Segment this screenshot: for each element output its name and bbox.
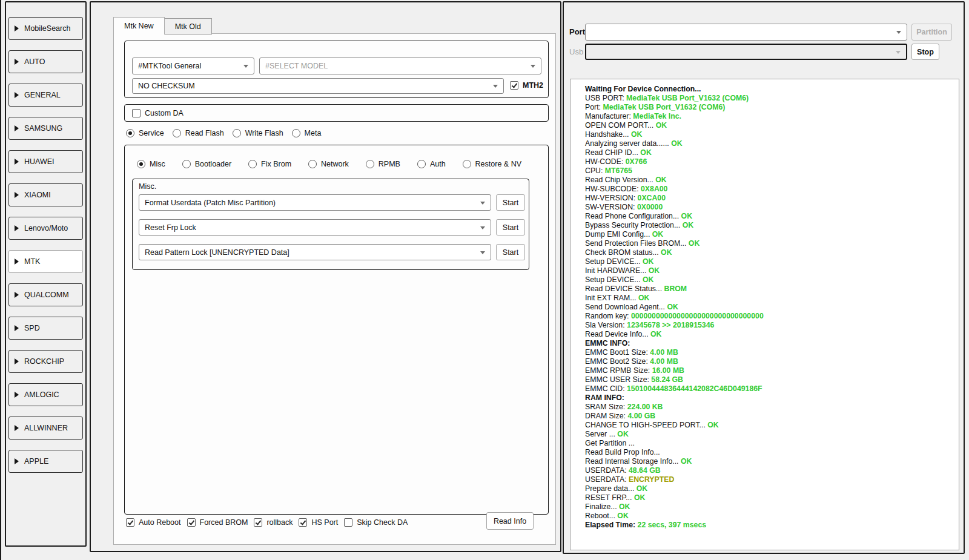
log-line-value: OK — [643, 257, 653, 266]
log-line-value: MediaTek USB Port_V1632 (COM6) — [603, 103, 725, 111]
custom-da-checkbox[interactable]: Custom DA — [132, 109, 184, 117]
arrow-right-icon — [15, 92, 19, 98]
sidebar-item-lenovo-moto[interactable]: Lenovo/Moto — [8, 217, 83, 240]
mode-radio-write-flash-label: Write Flash — [245, 129, 283, 137]
log-line-value: ENCRYPTED — [629, 475, 674, 484]
log-line-value: OK — [634, 493, 645, 502]
read-info-button[interactable]: Read Info — [486, 512, 534, 530]
sidebar-item-label: AMLOGIC — [24, 390, 59, 399]
start-button-2[interactable]: Start — [496, 219, 525, 236]
category-radio-network[interactable]: Network — [308, 160, 349, 168]
chevron-down-icon — [896, 51, 901, 54]
tab-mtk-new[interactable]: Mtk New — [113, 17, 165, 35]
footer-checkbox-forced-brom-label: Forced BROM — [200, 518, 248, 527]
start-button-1[interactable]: Start — [496, 194, 525, 211]
sidebar-item-spd[interactable]: SPD — [8, 317, 83, 340]
log-line-label: EMMC Boot1 Size: — [585, 348, 650, 357]
partition-button[interactable]: Partition — [911, 24, 952, 41]
stop-button[interactable]: Stop — [911, 44, 939, 60]
log-line-label: SW-VERSION: — [585, 203, 637, 211]
category-radio-fix-brom[interactable]: Fix Brom — [248, 160, 291, 168]
sidebar-item-allwinner[interactable]: ALLWINNER — [8, 417, 83, 440]
sidebar-item-xiaomi[interactable]: XIAOMI — [8, 183, 83, 206]
sidebar-item-apple[interactable]: APPLE — [8, 450, 83, 473]
checkbox-icon — [254, 518, 262, 527]
mth2-checkbox[interactable]: MTH2 — [510, 81, 543, 90]
log-line-label: Check BROM status... — [585, 248, 661, 257]
log-line: CPU: MT6765 — [585, 166, 953, 176]
log-line-value: 0X0000 — [637, 203, 663, 211]
log-line: Handshake... OK — [585, 130, 953, 139]
sidebar-item-rockchip[interactable]: ROCKCHIP — [8, 350, 83, 373]
checkbox-icon — [187, 518, 196, 527]
sidebar-item-auto[interactable]: AUTO — [8, 50, 83, 73]
misc-operation-select-3[interactable]: Read Pattern Lock [UNENCRYPTED Data] — [139, 244, 491, 260]
log-line-value: OK — [640, 148, 651, 157]
sidebar-item-mobilesearch[interactable]: MobileSearch — [8, 17, 83, 40]
checksum-select-value: NO CHECKSUM — [138, 82, 195, 90]
footer-checkbox-skip-check-da[interactable]: Skip Check DA — [344, 518, 408, 527]
sidebar-item-general[interactable]: GENERAL — [8, 84, 83, 107]
tab-mtk-old[interactable]: Mtk Old — [165, 18, 212, 35]
log-line-label: Read Phone Configuration... — [585, 212, 681, 220]
device-log[interactable]: Waiting For Device Connection...USB PORT… — [570, 79, 959, 550]
footer-checkbox-hs-port[interactable]: HS Port — [299, 518, 338, 527]
log-line-value: 4.00 MB — [650, 357, 678, 366]
log-line-value: 150100444836444142082C46D049186F — [627, 384, 762, 393]
footer-checkbox-auto-reboot[interactable]: Auto Reboot — [126, 518, 181, 527]
sidebar-item-label: ROCKCHIP — [24, 357, 64, 366]
category-radio-bootloader[interactable]: Bootloader — [182, 160, 231, 168]
log-line-value: OK — [631, 130, 642, 139]
port-select[interactable] — [585, 24, 907, 41]
log-line-label: DRAM Size: — [585, 412, 627, 420]
log-line: OPEN COM PORT... OK — [585, 121, 953, 130]
mode-radio-meta[interactable]: Meta — [292, 129, 322, 137]
arrow-right-icon — [15, 225, 19, 231]
mode-radio-read-flash[interactable]: Read Flash — [173, 129, 224, 137]
sidebar-item-qualcomm[interactable]: QUALCOMM — [8, 283, 83, 306]
footer-checkbox-rollback[interactable]: rollback — [254, 518, 293, 527]
arrow-right-icon — [15, 25, 19, 31]
log-line-label: Handshake... — [585, 130, 631, 139]
log-line-label: Reboot... — [585, 512, 617, 520]
mode-radio-service-label: Service — [139, 129, 164, 137]
log-line-label: Get Partition ... — [585, 439, 635, 447]
sidebar-item-mtk[interactable]: MTK — [8, 250, 83, 273]
log-line-label: Bypass Security Protection... — [585, 221, 683, 229]
tool-select-value: #MTKTool General — [138, 62, 201, 70]
misc-operation-select-1[interactable]: Format Userdata (Patch Misc Partition) — [139, 194, 491, 211]
category-radio-restore-nv[interactable]: Restore & NV — [463, 160, 521, 168]
log-line: Read Phone Configuration... OK — [585, 212, 953, 221]
footer-checkbox-auto-reboot-label: Auto Reboot — [139, 518, 181, 527]
log-line: Random key: 0000000000000000000000000000… — [585, 312, 953, 321]
footer-checkbox-forced-brom[interactable]: Forced BROM — [187, 518, 248, 527]
model-select[interactable]: #SELECT MODEL — [259, 58, 541, 74]
checksum-select[interactable]: NO CHECKSUM — [132, 78, 504, 94]
misc-operation-select-2[interactable]: Reset Frp Lock — [139, 219, 491, 236]
category-radio-row: MiscBootloaderFix BromNetworkRPMBAuthRes… — [125, 160, 548, 168]
mth2-label: MTH2 — [523, 81, 543, 90]
category-radio-misc[interactable]: Misc — [137, 160, 165, 168]
tool-select[interactable]: #MTKTool General — [132, 58, 254, 74]
log-line-label: Analyzing server data...... — [585, 139, 671, 148]
mode-radio-write-flash[interactable]: Write Flash — [233, 129, 283, 137]
category-radio-rpmb[interactable]: RPMB — [366, 160, 400, 168]
sidebar-item-huawei[interactable]: HUAWEI — [8, 150, 83, 173]
usb-label: Usb — [569, 47, 583, 56]
category-radio-auth[interactable]: Auth — [417, 160, 446, 168]
log-line: HW-VERSION: 0XCA00 — [585, 194, 953, 203]
log-line-label: EMMC CID: — [585, 384, 627, 393]
sidebar-item-label: SPD — [24, 324, 40, 332]
custom-da-group: Custom DA — [124, 104, 549, 122]
category-radio-rpmb-label: RPMB — [379, 160, 400, 168]
mode-radio-service[interactable]: Service — [126, 129, 164, 137]
log-line-label: Finalize... — [585, 502, 619, 511]
sidebar-item-samsung[interactable]: SAMSUNG — [8, 117, 83, 140]
chevron-down-icon — [531, 65, 535, 68]
arrow-right-icon — [15, 192, 19, 198]
log-line: EMMC Boot1 Size: 4.00 MB — [585, 348, 953, 357]
log-line-value: OK — [649, 266, 660, 275]
log-line: Read DEVICE Status... BROM — [585, 285, 953, 294]
start-button-3[interactable]: Start — [496, 244, 525, 260]
sidebar-item-amlogic[interactable]: AMLOGIC — [8, 383, 83, 406]
